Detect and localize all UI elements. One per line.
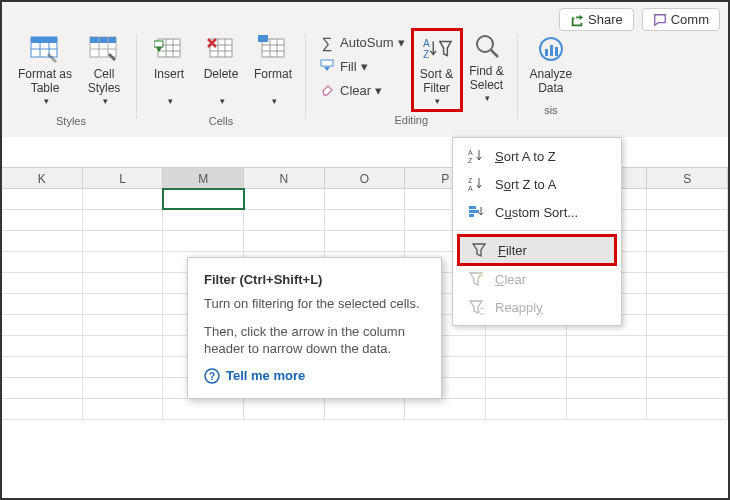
cell[interactable] [244, 210, 325, 230]
column-header-M[interactable]: M [163, 168, 244, 188]
cell[interactable] [647, 378, 728, 398]
sort-filter-button[interactable]: AZ Sort & Filter▾ [411, 28, 463, 112]
chevron-down-icon: ▾ [361, 59, 368, 74]
cell[interactable] [83, 399, 164, 419]
cell[interactable] [83, 336, 164, 356]
cell[interactable] [2, 399, 83, 419]
cell[interactable] [83, 273, 164, 293]
cell[interactable] [567, 378, 648, 398]
cell[interactable] [486, 378, 567, 398]
cell[interactable] [647, 357, 728, 377]
chevron-down-icon: ▾ [272, 96, 277, 107]
cell[interactable] [163, 189, 244, 209]
column-header-K[interactable]: K [2, 168, 83, 188]
cell[interactable] [2, 273, 83, 293]
cell-styles-button[interactable]: Cell Styles▾ [80, 31, 128, 109]
format-button[interactable]: Format▾ [249, 31, 297, 109]
column-header-L[interactable]: L [83, 168, 164, 188]
cell[interactable] [163, 231, 244, 251]
cell[interactable] [647, 294, 728, 314]
sort-za-item[interactable]: ZA Sort Z to A [453, 170, 621, 198]
separator [136, 34, 137, 119]
tell-me-more-label: Tell me more [226, 368, 305, 383]
cell[interactable] [647, 336, 728, 356]
cell[interactable] [325, 231, 406, 251]
svg-rect-33 [545, 49, 548, 56]
cell[interactable] [647, 399, 728, 419]
cells-group-label: Cells [209, 113, 233, 131]
cell[interactable] [567, 357, 648, 377]
cell[interactable] [83, 378, 164, 398]
cell[interactable] [647, 252, 728, 272]
cell[interactable] [647, 189, 728, 209]
cell[interactable] [325, 399, 406, 419]
insert-button[interactable]: Insert▾ [145, 31, 193, 109]
cell[interactable] [244, 231, 325, 251]
analyze-data-button[interactable]: Analyze Data [526, 31, 577, 98]
share-label: Share [588, 12, 623, 27]
cell[interactable] [325, 210, 406, 230]
cell[interactable] [163, 399, 244, 419]
comments-button[interactable]: Comm [642, 8, 720, 31]
sort-az-item[interactable]: AZ Sort A to Z [453, 142, 621, 170]
autosum-label: AutoSum [340, 35, 393, 50]
tell-me-more-link[interactable]: ? Tell me more [204, 368, 425, 384]
clear-filter-item: Clear [453, 265, 621, 293]
cell[interactable] [486, 357, 567, 377]
cell[interactable] [244, 399, 325, 419]
sort-filter-label: Sort & Filter [420, 67, 453, 96]
custom-sort-item[interactable]: Custom Sort... [453, 198, 621, 226]
cell[interactable] [83, 315, 164, 335]
cell[interactable] [2, 294, 83, 314]
tooltip-desc-2: Then, click the arrow in the column head… [204, 323, 425, 358]
cell[interactable] [647, 231, 728, 251]
tooltip-title: Filter (Ctrl+Shift+L) [204, 272, 425, 287]
cell[interactable] [647, 273, 728, 293]
cell[interactable] [163, 210, 244, 230]
clear-label: Clear [340, 83, 371, 98]
chevron-down-icon: ▾ [220, 96, 225, 107]
cell[interactable] [2, 315, 83, 335]
autosum-button[interactable]: ∑ AutoSum ▾ [312, 31, 410, 53]
cell[interactable] [2, 189, 83, 209]
cell[interactable] [325, 189, 406, 209]
svg-text:Z: Z [468, 157, 473, 164]
cell[interactable] [2, 336, 83, 356]
separator [305, 34, 306, 119]
cell[interactable] [83, 252, 164, 272]
cell[interactable] [405, 399, 486, 419]
cell[interactable] [2, 378, 83, 398]
column-header-O[interactable]: O [325, 168, 406, 188]
cell[interactable] [83, 231, 164, 251]
clear-button[interactable]: Clear ▾ [312, 79, 410, 101]
fill-button[interactable]: Fill ▾ [312, 55, 410, 77]
cell[interactable] [567, 336, 648, 356]
find-select-button[interactable]: Find & Select▾ [463, 28, 511, 112]
cell[interactable] [647, 315, 728, 335]
cell[interactable] [244, 189, 325, 209]
cell[interactable] [83, 210, 164, 230]
format-label: Format [254, 67, 292, 81]
cell[interactable] [2, 231, 83, 251]
cell[interactable] [486, 399, 567, 419]
format-as-table-button[interactable]: Format as Table▾ [14, 31, 76, 109]
cell[interactable] [647, 210, 728, 230]
cell[interactable] [567, 399, 648, 419]
cell[interactable] [83, 189, 164, 209]
filter-item[interactable]: Filter [457, 234, 617, 266]
cell[interactable] [2, 252, 83, 272]
cell[interactable] [83, 294, 164, 314]
editing-group-label: Editing [394, 112, 428, 130]
column-header-S[interactable]: S [647, 168, 728, 188]
delete-icon [205, 33, 237, 65]
cell[interactable] [486, 336, 567, 356]
cell[interactable] [2, 210, 83, 230]
column-header-N[interactable]: N [244, 168, 325, 188]
top-right-buttons: Share Comm [559, 8, 720, 31]
cell[interactable] [83, 357, 164, 377]
delete-button[interactable]: Delete▾ [197, 31, 245, 109]
chevron-down-icon: ▾ [44, 96, 49, 107]
share-button[interactable]: Share [559, 8, 634, 31]
format-as-table-icon [29, 33, 61, 65]
cell[interactable] [2, 357, 83, 377]
